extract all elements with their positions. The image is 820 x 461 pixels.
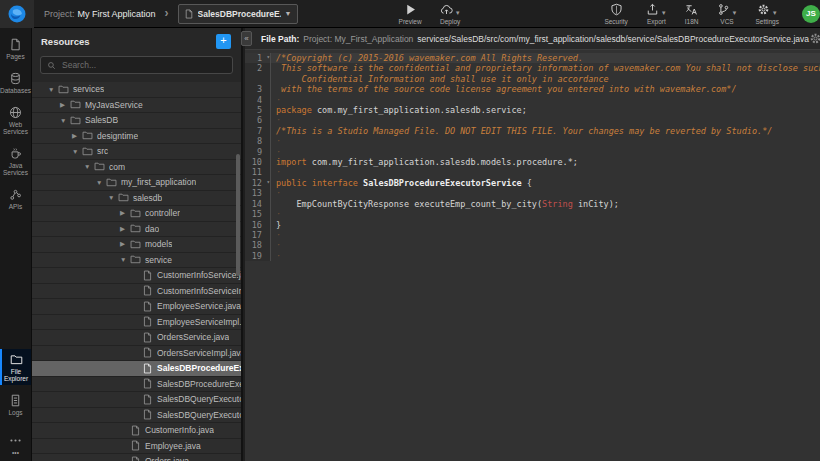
tree-item-dao[interactable]: ▶dao	[32, 222, 241, 238]
cloud-upload-icon	[440, 3, 453, 16]
file-icon	[142, 301, 153, 312]
tree-item-salesdbqueryexecutorservice-java[interactable]: SalesDBQueryExecutorService.java	[32, 392, 241, 408]
tree-item-orders-java[interactable]: Orders.java	[32, 454, 241, 461]
chevron-collapsed-icon[interactable]: ▶	[120, 240, 130, 248]
tree-item-salesdbqueryexecutorserviceimpl-java[interactable]: SalesDBQueryExecutorServiceImpl.java	[32, 408, 241, 424]
action-deploy-button[interactable]: ▼Deploy	[440, 3, 461, 25]
tree-item-controller[interactable]: ▶controller	[32, 206, 241, 222]
chevron-expanded-icon[interactable]: ▼	[96, 179, 106, 186]
tree-item-customerinfo-java[interactable]: CustomerInfo.java	[32, 423, 241, 439]
action-export-button[interactable]: ▼Export	[646, 3, 667, 25]
sidebar-item-[interactable]: •••	[0, 430, 31, 459]
tree-item-com[interactable]: ▼com	[32, 160, 241, 176]
tree-item-ordersservice-java[interactable]: OrdersService.java	[32, 330, 241, 346]
file-icon	[130, 425, 141, 436]
tree-item-label: CustomerInfoService.java	[157, 270, 241, 280]
chevron-expanded-icon[interactable]: ▼	[48, 86, 58, 93]
action-settings-button[interactable]: ▼Settings	[756, 3, 780, 25]
code-text: ·	[271, 167, 820, 177]
open-file-dropdown[interactable]: SalesDBProcedureE... ▼	[178, 4, 298, 24]
code-text: with the terms of the source code licens…	[271, 84, 820, 94]
action-preview-button[interactable]: Preview	[399, 3, 422, 25]
tree-item-services[interactable]: ▼services	[32, 82, 241, 98]
export-icon	[646, 3, 659, 16]
action-security-button[interactable]: Security	[604, 3, 627, 25]
tree-item-salesdbprocedureexecutorserviceimpl-java[interactable]: SalesDBProcedureExecutorServiceImpl.java	[32, 377, 241, 393]
tree-item-my-first-application[interactable]: ▼my_first_application	[32, 175, 241, 191]
tree-item-myjavaservice[interactable]: ▶MyJavaService	[32, 98, 241, 114]
chevron-collapsed-icon[interactable]: ▶	[60, 101, 70, 109]
tree-item-employeeservice-java[interactable]: EmployeeService.java	[32, 299, 241, 315]
action-vcs-button[interactable]: ▼VCS	[717, 3, 738, 25]
tree-item-customerinfoserviceimpl-java[interactable]: CustomerInfoServiceImpl.java	[32, 284, 241, 300]
sidebar-item-file-explorer[interactable]: File Explorer	[0, 349, 31, 385]
search-icon	[47, 61, 56, 70]
code-text: ·	[271, 147, 820, 157]
code-editor[interactable]: 1▾/*Copyright (c) 2015-2016 wavemaker.co…	[245, 50, 820, 461]
tree-item-designtime[interactable]: ▶designtime	[32, 129, 241, 145]
tree-item-src[interactable]: ▼src	[32, 144, 241, 160]
tree-scrollbar[interactable]	[236, 154, 240, 276]
chevron-expanded-icon[interactable]: ▼	[108, 194, 118, 201]
chevron-collapsed-icon[interactable]: ▶	[72, 132, 82, 140]
file-icon	[142, 316, 153, 327]
add-resource-button[interactable]: +	[216, 34, 231, 49]
tree-item-employeeserviceimpl-java[interactable]: EmployeeServiceImpl.java	[32, 315, 241, 331]
file-icon	[142, 363, 153, 374]
chevron-collapsed-icon[interactable]: ▶	[120, 225, 130, 233]
chevron-expanded-icon[interactable]: ▼	[72, 148, 82, 155]
tree-item-employee-java[interactable]: Employee.java	[32, 439, 241, 455]
file-tree: ▼services▶MyJavaService▼SalesDB▶designti…	[32, 82, 241, 461]
main-area: File Path: Project: My_First_Application…	[245, 28, 820, 461]
line-number: 10	[245, 157, 271, 167]
sidebar-item-logs[interactable]: Logs	[0, 390, 31, 419]
sidebar-item-java-services[interactable]: Java Services	[0, 143, 31, 179]
tree-item-models[interactable]: ▶models	[32, 237, 241, 253]
resources-panel: Resources + ▼services▶MyJavaService▼Sale…	[32, 28, 243, 461]
chevron-collapsed-icon[interactable]: ▶	[120, 209, 130, 217]
tree-item-label: OrdersService.java	[157, 332, 229, 342]
code-fold-icon[interactable]: ▾	[266, 177, 270, 187]
sidebar-item-databases[interactable]: Databases	[0, 68, 31, 97]
tree-item-label: designtime	[97, 131, 138, 141]
action-preview-label: Preview	[399, 18, 422, 25]
code-text: ·	[271, 95, 820, 105]
code-text: /*Copyright (c) 2015-2016 wavemaker.com …	[271, 53, 820, 63]
action-i18n-button[interactable]: I18N	[685, 3, 699, 25]
tree-item-salesdb[interactable]: ▼salesdb	[32, 191, 241, 207]
sidebar-item-apis[interactable]: APIs	[0, 184, 31, 213]
action-settings-label: Settings	[756, 18, 780, 25]
code-line-11: 11·	[245, 167, 820, 177]
line-number: 6	[245, 115, 271, 125]
file-icon	[142, 378, 153, 389]
chevron-expanded-icon[interactable]: ▼	[120, 256, 130, 263]
tree-item-salesdbprocedureexecutorservice-java[interactable]: SalesDBProcedureExecutorService.java	[32, 361, 241, 377]
folder-icon	[58, 84, 69, 95]
tree-item-service[interactable]: ▼service	[32, 253, 241, 269]
code-text: ·	[271, 240, 820, 250]
sidebar-item-pages[interactable]: Pages	[0, 34, 31, 63]
sidebar-item-web-services[interactable]: Web Services	[0, 102, 31, 138]
folder-icon	[130, 223, 141, 234]
code-text: ·	[271, 251, 820, 261]
search-input[interactable]	[60, 59, 226, 71]
chevron-expanded-icon[interactable]: ▼	[60, 117, 70, 124]
chevron-expanded-icon[interactable]: ▼	[84, 163, 94, 170]
avatar[interactable]: JS	[802, 5, 820, 23]
line-number: 7	[245, 126, 271, 136]
collapse-panel-button[interactable]: «	[241, 31, 252, 46]
tree-item-salesdb[interactable]: ▼SalesDB	[32, 113, 241, 129]
i18n-icon	[685, 3, 698, 16]
sidebar-item-label: APIs	[9, 203, 23, 210]
tree-item-ordersserviceimpl-java[interactable]: OrdersServiceImpl.java	[32, 346, 241, 362]
code-fold-icon[interactable]: ▾	[266, 52, 270, 62]
wavemaker-logo[interactable]	[0, 0, 34, 28]
tree-item-label: models	[145, 239, 172, 249]
editor-settings-gear-icon[interactable]	[809, 32, 820, 45]
tree-item-customerinfoservice-java[interactable]: CustomerInfoService.java	[32, 268, 241, 284]
web-services-icon	[9, 106, 22, 119]
code-line-6: 6·	[245, 115, 820, 125]
code-line-12: 12▾public interface SalesDBProcedureExec…	[245, 178, 820, 188]
play-icon	[404, 3, 417, 16]
code-line-3: 3 with the terms of the source code lice…	[245, 84, 820, 94]
